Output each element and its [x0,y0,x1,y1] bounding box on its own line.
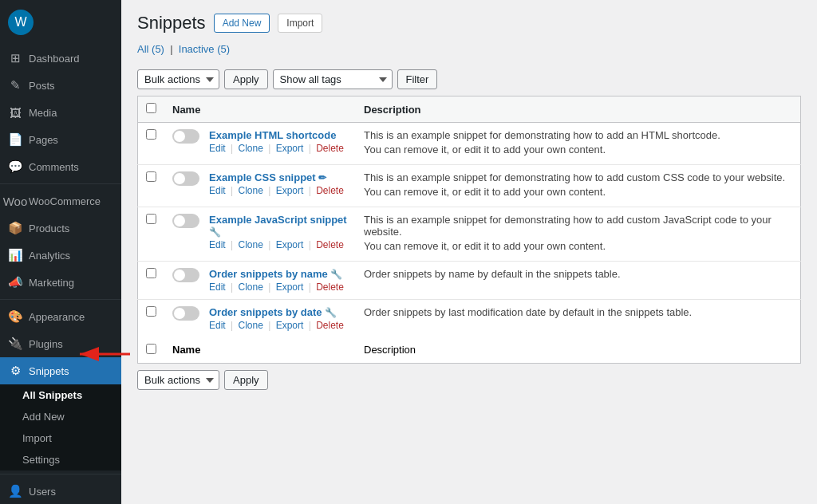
col-header-desc: Description [356,96,801,123]
submenu-item-add-new[interactable]: Add New [0,406,121,427]
delete-link-5[interactable]: Delete [316,320,344,331]
select-all-bottom-checkbox[interactable] [146,344,156,354]
snippets-icon: ⚙ [8,364,22,378]
add-new-button[interactable]: Add New [214,14,270,33]
edit-link-1[interactable]: Edit [209,143,226,154]
submenu-item-settings[interactable]: Settings [0,449,121,471]
edit-link-2[interactable]: Edit [209,185,226,196]
edit-link-4[interactable]: Edit [209,282,226,293]
clone-link-1[interactable]: Clone [238,143,262,154]
table-row: Example CSS snippet ✏ Edit | Clone | Exp… [138,165,801,207]
sidebar-item-comments[interactable]: 💬 Comments [0,153,121,180]
snippet-toggle-4[interactable] [172,268,199,282]
snippet-toggle-2[interactable] [172,171,199,186]
sidebar-item-woocommerce[interactable]: Woo WooCommerce [0,187,121,215]
page-header: Snippets Add New Import [137,13,801,33]
sidebar-label-marketing: Marketing [29,277,74,289]
delete-link-2[interactable]: Delete [316,185,344,196]
row-checkbox-5[interactable] [146,306,156,317]
snippet-toggle-5[interactable] [172,306,199,321]
pages-icon: 📄 [8,132,22,147]
row-checkbox-2[interactable] [146,171,156,182]
sidebar-item-products[interactable]: 📦 Products [0,215,121,242]
sidebar-item-snippets[interactable]: ⚙ Snippets [0,357,121,384]
sidebar-item-analytics[interactable]: 📊 Analytics [0,242,121,269]
sidebar-item-users[interactable]: 👤 Users [0,478,121,504]
row-checkbox-4[interactable] [146,268,156,278]
delete-link-3[interactable]: Delete [316,239,344,250]
edit-link-5[interactable]: Edit [209,320,226,331]
snippet-title-link-3[interactable]: Example JavaScript snippet 🔧 [209,214,347,238]
col-header-checkbox [138,96,165,123]
snippet-toggle-3[interactable] [172,214,199,228]
woocommerce-icon: Woo [8,194,22,208]
clone-link-4[interactable]: Clone [238,282,262,293]
apply-button-bottom[interactable]: Apply [224,370,268,390]
page-title: Snippets [137,13,206,33]
sidebar-item-posts[interactable]: ✎ Posts [0,72,121,99]
delete-link-4[interactable]: Delete [316,282,344,293]
import-button[interactable]: Import [278,14,322,33]
export-link-3[interactable]: Export [276,239,304,250]
apply-button-top[interactable]: Apply [224,69,268,89]
plugins-icon: 🔌 [8,337,22,351]
filter-all-link[interactable]: All (5) [137,43,164,55]
snippet-name-cell-4: Order snippets by name 🔧 Edit | Clone | … [172,268,348,293]
clone-link-2[interactable]: Clone [238,185,262,196]
snippet-name-cell-3: Example JavaScript snippet 🔧 Edit | Clon… [172,214,348,250]
sidebar-label-analytics: Analytics [29,250,70,262]
sidebar-item-dashboard[interactable]: ⊞ Dashboard [0,45,121,72]
row-checkbox-1[interactable] [146,129,156,140]
export-link-1[interactable]: Export [276,143,304,154]
desc-line2-2: You can remove it, or edit it to add you… [364,186,792,198]
snippet-title-link-1[interactable]: Example HTML shortcode [209,129,336,141]
table-row: Example JavaScript snippet 🔧 Edit | Clon… [138,207,801,262]
users-icon: 👤 [8,484,22,498]
sidebar-item-media[interactable]: 🖼 Media [0,99,121,126]
filter-button[interactable]: Filter [397,69,438,89]
delete-link-1[interactable]: Delete [316,143,344,154]
sidebar-item-appearance[interactable]: 🎨 Appearance [0,303,121,330]
bulk-actions-dropdown-top[interactable]: Bulk actions Activate Deactivate Delete [137,69,219,89]
tag-filter-dropdown[interactable]: Show all tags [273,69,393,89]
sidebar-item-plugins[interactable]: 🔌 Plugins [0,330,121,357]
bulk-actions-dropdown-bottom[interactable]: Bulk actions Activate Deactivate Delete [137,370,219,390]
sidebar-label-pages: Pages [29,134,58,146]
col-header-name: Name [164,96,356,123]
dashboard-icon: ⊞ [8,51,22,65]
filter-inactive-link[interactable]: Inactive (5) [179,43,230,55]
snippet-toggle-1[interactable] [172,129,199,144]
snippet-name-cell-5: Order snippets by date 🔧 Edit | Clone | … [172,306,348,331]
sidebar-item-marketing[interactable]: 📣 Marketing [0,269,121,296]
snippet-title-link-4[interactable]: Order snippets by name 🔧 [209,268,342,280]
sidebar-label-media: Media [29,107,57,119]
sidebar-divider-1 [0,183,121,184]
clone-link-5[interactable]: Clone [238,320,262,331]
snippet-actions-2: Edit | Clone | Export | Delete [209,185,348,196]
snippet-name-cell-2: Example CSS snippet ✏ Edit | Clone | Exp… [172,171,348,196]
footer-name-label: Name [164,337,356,364]
snippet-title-link-5[interactable]: Order snippets by date 🔧 [209,306,337,318]
sidebar-divider-3 [0,474,121,474]
submenu-item-all-snippets[interactable]: All Snippets [0,384,121,406]
toggle-knob-1 [174,131,185,142]
appearance-icon: 🎨 [8,309,22,324]
export-link-4[interactable]: Export [276,282,304,293]
sidebar-label-plugins: Plugins [29,338,63,350]
snippet-title-1: Example HTML shortcode [209,129,348,141]
main-content: Snippets Add New Import All (5) | Inacti… [121,0,817,504]
row-checkbox-3[interactable] [146,214,156,224]
export-link-5[interactable]: Export [276,320,304,331]
snippet-info-4: Order snippets by name 🔧 Edit | Clone | … [209,268,348,293]
sidebar-item-pages[interactable]: 📄 Pages [0,126,121,153]
snippet-title-link-2[interactable]: Example CSS snippet ✏ [209,171,326,183]
sidebar-label-comments: Comments [29,161,79,173]
select-all-checkbox[interactable] [146,103,156,113]
export-link-2[interactable]: Export [276,185,304,196]
desc-line1-4: Order snippets by name by default in the… [364,268,792,280]
filter-links: All (5) | Inactive (5) [137,43,801,55]
clone-link-3[interactable]: Clone [238,239,262,250]
edit-link-3[interactable]: Edit [209,239,226,250]
posts-icon: ✎ [8,78,22,93]
submenu-item-import[interactable]: Import [0,427,121,449]
